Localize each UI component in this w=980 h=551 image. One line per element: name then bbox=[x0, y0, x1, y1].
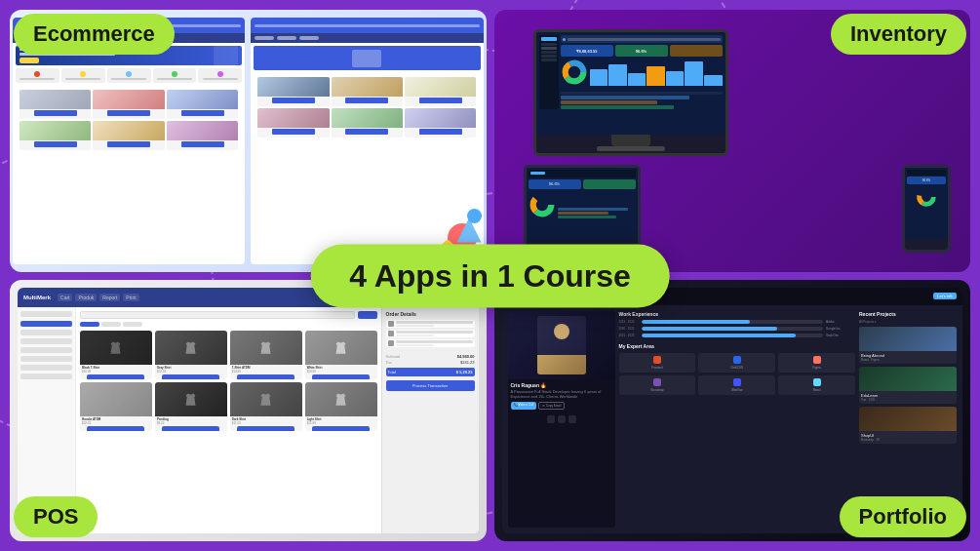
order-info bbox=[396, 321, 473, 327]
recent-projects-section: Recent Projects All Projects ▾ Being Abr… bbox=[859, 311, 957, 529]
cat-label bbox=[65, 78, 100, 80]
filter-tab-active bbox=[80, 322, 99, 327]
product-sku: $11.50 bbox=[232, 421, 300, 425]
subtotal-row: Subtotal $4,980.00 bbox=[386, 354, 475, 359]
add-to-cart-btn[interactable] bbox=[162, 426, 219, 431]
work-fill bbox=[642, 327, 778, 331]
divider bbox=[386, 350, 475, 351]
hero-btn bbox=[20, 58, 39, 63]
product-card bbox=[93, 121, 164, 150]
product-image bbox=[167, 121, 238, 140]
add-to-cart-btn[interactable] bbox=[237, 374, 294, 379]
company-name: Google Inc. bbox=[826, 327, 855, 331]
total-row: Total $ 5,20.23 bbox=[386, 368, 475, 376]
filter-tab bbox=[123, 322, 142, 327]
sidebar-item-report bbox=[20, 356, 72, 362]
tablet-screen: 96.6% bbox=[527, 168, 638, 242]
order-title: Order Details bbox=[386, 311, 475, 317]
call-btn[interactable]: 📞 Make a Call bbox=[511, 402, 537, 410]
product-card bbox=[332, 77, 403, 106]
pos-nav-produk: Produk bbox=[75, 294, 97, 301]
project-card-3: ShopUI Bootstrap · JS bbox=[859, 407, 957, 444]
person-name: Cris Raguan 🔥 bbox=[511, 382, 612, 388]
category-item bbox=[153, 68, 197, 83]
skill-icon-css bbox=[733, 356, 741, 364]
sidebar-layout: ₹8,68,63.55 96.6% bbox=[539, 35, 723, 109]
pos-nav-print: Print bbox=[123, 294, 138, 301]
bar bbox=[666, 71, 685, 86]
product-info: Light Shirt $15.99 bbox=[305, 416, 377, 426]
pos-product-item: White Shirt $18.98 bbox=[305, 331, 377, 379]
tablet-bars bbox=[558, 191, 636, 218]
cat-label bbox=[20, 78, 55, 80]
stat-card-3 bbox=[670, 45, 723, 57]
pos-toolbar bbox=[80, 311, 377, 319]
project-info: Being Abroad React · Figma bbox=[859, 351, 957, 364]
cat-icon bbox=[80, 71, 86, 77]
inventory-label: Inventory bbox=[831, 14, 966, 55]
work-fill bbox=[642, 320, 751, 324]
order-thumb bbox=[388, 331, 394, 336]
add-to-cart-btn[interactable] bbox=[87, 426, 144, 431]
product-price bbox=[419, 98, 462, 103]
skill-label: Bootstrap bbox=[650, 388, 663, 392]
h-bar bbox=[558, 208, 628, 211]
add-to-cart-btn[interactable] bbox=[312, 374, 370, 379]
order-thumb bbox=[388, 340, 394, 346]
sidebar-item-print bbox=[20, 365, 72, 371]
stat-number: ₹8,68,63.55 bbox=[576, 49, 598, 54]
tax-value: $241.23 bbox=[460, 360, 474, 365]
h-bar bbox=[561, 100, 658, 104]
product-sku: $16.98 bbox=[82, 370, 150, 374]
sidebar-item-transaction bbox=[20, 338, 72, 344]
product-price bbox=[107, 141, 150, 147]
filter-btn bbox=[358, 311, 377, 319]
logo bbox=[541, 37, 557, 41]
port-hire-btn[interactable]: Let's talk bbox=[933, 293, 957, 299]
product-card bbox=[257, 77, 329, 106]
sidebar-item-produk bbox=[20, 330, 72, 335]
add-to-cart-btn[interactable] bbox=[87, 374, 144, 379]
pos-product-item: Light Shirt $15.99 bbox=[305, 382, 377, 431]
monitor-screen: ₹8,68,63.55 96.6% bbox=[536, 32, 725, 135]
skills-grid: Frontend Grid/CSS Figma bbox=[619, 353, 856, 395]
add-to-cart-btn[interactable] bbox=[162, 374, 219, 379]
skill-label: React bbox=[813, 388, 821, 392]
product-thumbnail bbox=[230, 382, 302, 416]
add-to-cart-btn[interactable] bbox=[237, 426, 294, 431]
tablet-stats: 96.6% bbox=[529, 179, 636, 189]
page2-content bbox=[251, 43, 483, 144]
product-thumbnail bbox=[305, 331, 377, 365]
project-tech: Bootstrap · JS bbox=[861, 438, 955, 442]
h-bar bbox=[561, 96, 690, 99]
product-image bbox=[332, 108, 403, 128]
nav-item bbox=[255, 36, 274, 40]
product-sku: $22.33 bbox=[82, 421, 150, 425]
email-btn[interactable]: ✉ Copy Email bbox=[538, 402, 565, 410]
social-icon bbox=[558, 415, 566, 423]
skill-webflow: Webflow bbox=[698, 375, 775, 395]
pos-product-item: Black T-Shirt $16.98 bbox=[80, 331, 152, 379]
tablet-stat-val: 96.6% bbox=[549, 181, 560, 186]
bar bbox=[628, 73, 647, 86]
tshirt-icon bbox=[108, 340, 123, 355]
donut-svg bbox=[561, 59, 588, 86]
mobile-header bbox=[907, 170, 946, 176]
ecommerce-content bbox=[13, 43, 245, 157]
sidebar-item-help bbox=[20, 374, 72, 379]
pos-product-item: Hoodie ATDM $22.33 bbox=[80, 382, 152, 431]
product-card bbox=[405, 77, 476, 106]
pos-logo: MultiMerk bbox=[23, 295, 51, 300]
action-buttons: 📞 Make a Call ✉ Copy Email bbox=[511, 402, 612, 410]
work-fill bbox=[642, 334, 797, 337]
stat-row: ₹8,68,63.55 96.6% bbox=[561, 45, 723, 57]
header-title bbox=[568, 38, 721, 41]
product-card bbox=[257, 108, 329, 138]
work-item-1: 2019 - 2020 Adobe bbox=[619, 320, 856, 324]
add-to-cart-btn[interactable] bbox=[312, 426, 370, 431]
work-item-3: 2021 - 2022 Grab Dev bbox=[619, 334, 856, 337]
h-bar bbox=[558, 212, 608, 215]
main-content: ₹8,68,63.55 96.6% bbox=[561, 35, 723, 109]
process-transaction-btn[interactable]: Process Transaction bbox=[386, 380, 475, 391]
order-thumb bbox=[388, 321, 394, 327]
